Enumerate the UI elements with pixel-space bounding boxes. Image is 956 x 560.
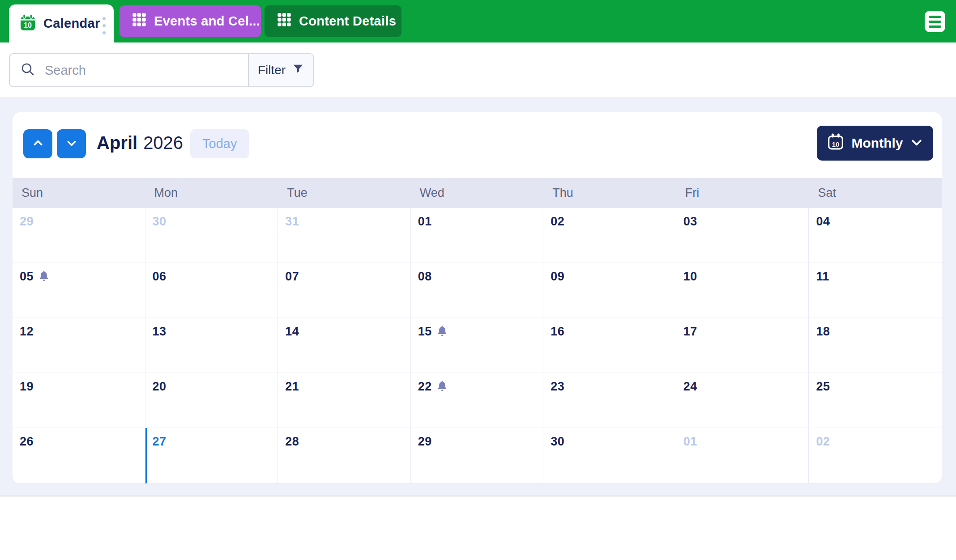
month-title: April 2026 (97, 133, 183, 153)
calendar-day-cell[interactable]: 17 (676, 318, 809, 373)
calendar-day-cell[interactable]: 11 (809, 263, 942, 318)
day-number: 12 (20, 325, 34, 339)
tab-calendar-label: Calendar (43, 16, 100, 31)
calendar-day-cell[interactable]: 12 (13, 318, 145, 373)
weekday-label: Sat (809, 186, 942, 200)
tab-content-details[interactable]: Content Details (265, 5, 401, 37)
calendar-day-cell[interactable]: 26 (13, 428, 145, 484)
tab-events-label: Events and Cel... (154, 14, 260, 29)
weekday-label: Thu (543, 186, 676, 200)
calendar-day-cell[interactable]: 30 (145, 208, 278, 263)
day-number: 01 (418, 215, 432, 229)
calendar-day-cell[interactable]: 13 (145, 318, 278, 373)
calendar-day-cell[interactable]: 04 (809, 208, 942, 263)
day-number: 11 (816, 270, 829, 284)
day-number: 29 (418, 435, 432, 449)
filter-label: Filter (258, 63, 286, 77)
day-number: 09 (551, 270, 564, 284)
next-month-button[interactable] (57, 129, 86, 158)
day-number: 23 (551, 380, 564, 394)
tab-calendar[interactable]: 10 Calendar (9, 4, 114, 42)
view-selector-monthly[interactable]: 10 Monthly (817, 126, 933, 161)
calendar-day-cell[interactable]: 03 (676, 208, 809, 263)
today-button[interactable]: Today (190, 129, 249, 158)
top-bar: 10 Calendar Events and Cel... Content De… (0, 0, 956, 42)
calendar-day-cell-today[interactable]: 27 (145, 428, 278, 484)
calendar-card: April 2026 Today 10 Monthly (13, 112, 942, 484)
day-number: 30 (551, 435, 564, 449)
calendar-day-cell[interactable]: 14 (278, 318, 411, 373)
calendar-day-cell[interactable]: 08 (411, 263, 544, 318)
calendar-day-cell[interactable]: 19 (13, 373, 145, 428)
day-number: 02 (551, 215, 564, 229)
funnel-icon (292, 63, 304, 78)
calendar-day-cell[interactable]: 15 (411, 318, 544, 373)
calendar-day-cell[interactable]: 18 (809, 318, 942, 373)
bell-icon (437, 325, 448, 337)
day-number: 26 (20, 435, 34, 449)
day-number: 28 (285, 435, 299, 449)
day-number: 16 (551, 325, 564, 339)
weekday-label: Fri (676, 186, 809, 200)
calendar-day-cell[interactable]: 16 (543, 318, 676, 373)
search-input[interactable] (45, 63, 248, 78)
search-row: Filter (0, 42, 956, 98)
calendar-day-cell[interactable]: 01 (411, 208, 544, 263)
search-group: Filter (9, 53, 314, 87)
today-label: Today (202, 136, 237, 151)
day-number: 30 (153, 215, 166, 229)
calendar-day-cell[interactable]: 25 (809, 373, 942, 428)
weekday-label: Mon (145, 186, 278, 200)
calendar-icon: 10 (20, 14, 35, 33)
day-number: 27 (153, 435, 166, 449)
day-number: 31 (285, 215, 299, 229)
hamburger-menu-icon[interactable] (925, 11, 945, 32)
calendar-day-cell[interactable]: 23 (543, 373, 676, 428)
tab-events-and-celebrations[interactable]: Events and Cel... (120, 5, 261, 37)
day-number: 08 (418, 270, 432, 284)
bell-icon (437, 380, 448, 392)
kebab-menu-icon[interactable] (102, 17, 106, 34)
previous-month-button[interactable] (23, 129, 52, 158)
calendar-day-cell[interactable]: 09 (543, 263, 676, 318)
calendar-day-cell[interactable]: 28 (278, 428, 411, 484)
weekday-header-row: SunMonTueWedThuFriSat (13, 178, 942, 208)
calendar-day-cell[interactable]: 02 (543, 208, 676, 263)
calendar-day-cell[interactable]: 05 (13, 263, 145, 318)
calendar-icon-day: 10 (832, 140, 839, 148)
day-number: 15 (418, 325, 432, 339)
day-number: 14 (285, 325, 299, 339)
weekday-label: Wed (411, 186, 544, 200)
day-number: 25 (816, 380, 830, 394)
calendar-day-cell[interactable]: 06 (145, 263, 278, 318)
filter-button[interactable]: Filter (248, 54, 313, 86)
day-number: 19 (20, 380, 34, 394)
calendar-day-cell[interactable]: 31 (278, 208, 411, 263)
day-number: 17 (683, 325, 697, 339)
calendar-day-cell[interactable]: 22 (411, 373, 544, 428)
chevron-down-icon (910, 136, 923, 151)
calendar-day-cell[interactable]: 29 (13, 208, 145, 263)
bell-icon (38, 270, 49, 282)
day-number: 10 (683, 270, 697, 284)
calendar-day-cell[interactable]: 07 (278, 263, 411, 318)
day-number: 29 (20, 215, 34, 229)
calendar-icon-day: 10 (24, 21, 32, 29)
day-number: 03 (683, 215, 697, 229)
calendar-day-cell[interactable]: 01 (676, 428, 809, 484)
calendar-day-cell[interactable]: 29 (411, 428, 544, 484)
calendar-day-cell[interactable]: 30 (543, 428, 676, 484)
day-number: 22 (418, 380, 432, 394)
calendar-header: April 2026 Today 10 Monthly (13, 112, 942, 178)
tab-content-label: Content Details (299, 14, 396, 29)
calendar-day-cell[interactable]: 21 (278, 373, 411, 428)
calendar-day-cell[interactable]: 20 (145, 373, 278, 428)
chevron-down-icon (66, 138, 77, 150)
month-name: April (97, 133, 137, 153)
calendar-day-cell[interactable]: 02 (809, 428, 942, 484)
search-box[interactable] (10, 54, 248, 86)
calendar-icon: 10 (827, 133, 844, 153)
day-number: 24 (683, 380, 697, 394)
calendar-day-cell[interactable]: 24 (676, 373, 809, 428)
calendar-day-cell[interactable]: 10 (676, 263, 809, 318)
